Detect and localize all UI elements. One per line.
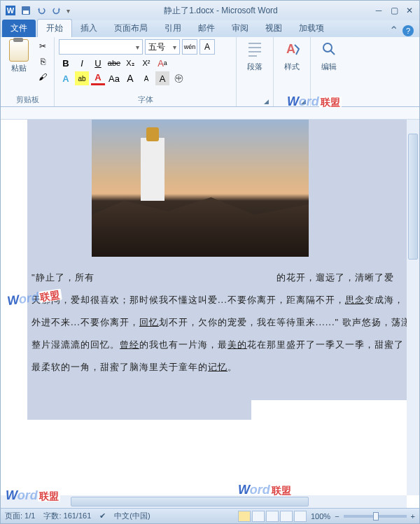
font-color-button[interactable]: A [91, 71, 105, 85]
svg-text:W: W [7, 6, 15, 15]
quick-access-toolbar: W ▾ [4, 3, 70, 17]
tab-addins[interactable]: 加载项 [290, 20, 332, 37]
outline-view[interactable] [280, 511, 293, 522]
style-launcher[interactable]: ◢ [301, 98, 306, 105]
superscript-button[interactable]: X² [139, 56, 153, 70]
cut-icon[interactable]: ✂ [36, 39, 50, 53]
zoom-out-button[interactable]: − [335, 512, 339, 521]
grow-font-button[interactable]: A [123, 71, 137, 85]
horizontal-scrollbar[interactable] [1, 495, 407, 508]
svg-rect-3 [23, 10, 29, 14]
redo-icon[interactable] [50, 3, 64, 17]
draft-view[interactable] [294, 511, 307, 522]
window-title: 静止了1.docx - Microsoft Word [70, 5, 372, 17]
text-effect-button[interactable]: A [59, 71, 73, 85]
group-editing: 编辑 [311, 37, 347, 106]
print-layout-view[interactable] [238, 511, 251, 522]
vertical-scrollbar[interactable] [407, 120, 419, 495]
font-group-label: 字体 [59, 93, 232, 105]
tab-view[interactable]: 视图 [257, 20, 290, 37]
tab-home[interactable]: 开始 [37, 19, 72, 37]
svg-line-10 [330, 50, 335, 55]
underline-button[interactable]: U [91, 56, 105, 70]
char-shading-button[interactable]: A [155, 71, 169, 85]
bold-button[interactable]: B [59, 56, 73, 70]
text-selection-tail [27, 400, 251, 420]
full-screen-view[interactable] [252, 511, 265, 522]
zoom-slider[interactable] [344, 515, 407, 518]
word-count[interactable]: 字数: 161/161 [43, 511, 91, 521]
page-indicator[interactable]: 页面: 1/1 [5, 511, 35, 521]
group-clipboard: 粘贴 ✂ ⎘ 🖌 剪贴板 [1, 37, 55, 106]
group-font: ▾ 五号▾ wén A B I U abe X₂ X² Aa A ab [55, 37, 237, 106]
zoom-in-button[interactable]: + [411, 512, 415, 521]
paste-button[interactable]: 粘贴 [5, 39, 33, 93]
paste-label: 粘贴 [11, 63, 27, 73]
subscript-button[interactable]: X₂ [123, 56, 137, 70]
styles-button[interactable]: A样式 [278, 39, 306, 104]
horizontal-ruler[interactable] [1, 107, 419, 120]
titlebar: W ▾ 静止了1.docx - Microsoft Word ─ ▢ ✕ [1, 1, 419, 20]
document-text[interactable]: "静止了，所有的花开，遛远了，清晰了爱 天郁闷，爱却很喜欢；那时候我不懂这叫爱.… [31, 267, 407, 378]
ribbon: 粘贴 ✂ ⎘ 🖌 剪贴板 ▾ 五号▾ wén A B [1, 37, 419, 107]
font-size-combo[interactable]: 五号▾ [145, 39, 180, 55]
tab-review[interactable]: 审阅 [223, 20, 257, 37]
clear-format-button[interactable]: Aa [155, 56, 169, 70]
ribbon-minimize-icon[interactable]: ⌃ [389, 24, 398, 37]
save-icon[interactable] [19, 3, 33, 17]
para-launcher[interactable]: ◢ [264, 98, 269, 105]
maximize-button[interactable]: ▢ [387, 5, 401, 16]
hscroll-thumb[interactable] [71, 497, 309, 507]
zoom-thumb[interactable] [373, 512, 379, 521]
tab-references[interactable]: 引用 [156, 20, 190, 37]
tab-mailings[interactable]: 邮件 [190, 20, 223, 37]
copy-icon[interactable]: ⎘ [36, 55, 50, 69]
styles-icon: A [284, 39, 300, 60]
minimize-button[interactable]: ─ [372, 5, 386, 16]
highlight-button[interactable]: ab [75, 71, 89, 85]
vscroll-thumb[interactable] [408, 134, 418, 260]
language-indicator[interactable]: 中文(中国) [114, 511, 150, 521]
clipboard-group-label: 剪贴板 [5, 93, 50, 105]
change-case-button[interactable]: Aa [107, 71, 121, 85]
phonetic-guide-icon[interactable]: wén [182, 39, 197, 55]
paragraph-button[interactable]: 段落 [241, 39, 269, 104]
tab-layout[interactable]: 页面布局 [106, 20, 156, 37]
help-icon[interactable]: ? [402, 25, 414, 36]
group-paragraph: 段落 ◢ [237, 37, 274, 106]
font-name-combo[interactable]: ▾ [59, 39, 143, 55]
format-painter-icon[interactable]: 🖌 [36, 70, 50, 84]
statusbar: 页面: 1/1 字数: 161/161 ✔ 中文(中国) 100% − + [1, 508, 419, 523]
ribbon-tabs: 文件 开始 插入 页面布局 引用 邮件 审阅 视图 加载项 ⌃ ? [1, 20, 419, 37]
find-icon [321, 39, 337, 60]
style-group-label: ◢ [278, 104, 306, 105]
paragraph-icon [246, 39, 263, 60]
shrink-font-button[interactable]: A [139, 71, 153, 85]
editing-button[interactable]: 编辑 [315, 39, 343, 104]
web-layout-view[interactable] [266, 511, 279, 522]
char-border-icon[interactable]: A [200, 39, 215, 55]
tab-file[interactable]: 文件 [2, 20, 36, 37]
tab-insert[interactable]: 插入 [72, 20, 106, 37]
page-viewport[interactable]: "静止了，所有的花开，遛远了，清晰了爱 天郁闷，爱却很喜欢；那时候我不懂这叫爱.… [1, 120, 407, 495]
word-window: W ▾ 静止了1.docx - Microsoft Word ─ ▢ ✕ 文件 … [0, 0, 420, 524]
undo-icon[interactable] [34, 3, 48, 17]
close-button[interactable]: ✕ [402, 5, 416, 16]
clipboard-icon [9, 39, 29, 62]
svg-text:A: A [286, 42, 295, 56]
group-styles: A样式 ◢ [274, 37, 311, 106]
italic-button[interactable]: I [75, 56, 89, 70]
para-group-label: ◢ [241, 104, 269, 105]
word-icon[interactable]: W [4, 3, 18, 17]
embedded-image[interactable] [92, 120, 309, 257]
zoom-level[interactable]: 100% [311, 512, 330, 521]
window-controls: ─ ▢ ✕ [372, 5, 416, 16]
strike-button[interactable]: abe [107, 56, 121, 70]
proofing-icon[interactable]: ✔ [99, 511, 106, 521]
document-area: "静止了，所有的花开，遛远了，清晰了爱 天郁闷，爱却很喜欢；那时候我不懂这叫爱.… [1, 107, 419, 508]
enclose-char-button[interactable]: ㊥ [172, 71, 186, 85]
